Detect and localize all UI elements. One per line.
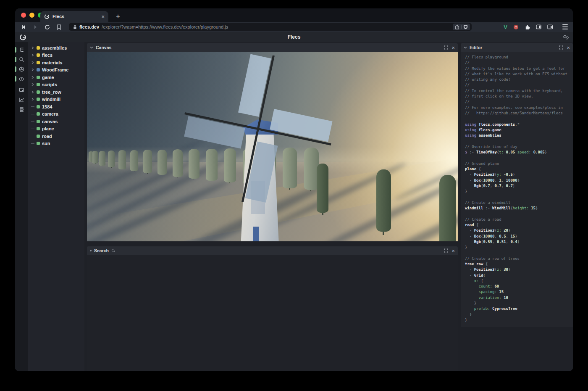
code-line[interactable]: }	[465, 189, 573, 194]
tree-item[interactable]: tree_row	[28, 88, 84, 96]
code-line[interactable]: prefab: CypressTree	[465, 306, 573, 312]
tree-item[interactable]: canvas	[28, 118, 84, 125]
search-panel-body[interactable]	[87, 255, 458, 371]
chevron-down-icon[interactable]	[464, 46, 467, 49]
code-line[interactable]: // writing any code!	[465, 77, 573, 82]
back-icon[interactable]	[20, 24, 27, 30]
code-line[interactable]: //	[465, 82, 573, 88]
wallet-icon[interactable]	[547, 24, 553, 29]
stats-chart-icon[interactable]	[15, 95, 28, 105]
tree-item[interactable]: game	[28, 74, 84, 81]
code-line[interactable]: - Box{10000, 0.5, 15}	[465, 234, 573, 239]
code-line[interactable]: // what it's like to work with an ECS wi…	[465, 71, 573, 77]
code-line[interactable]: tree_row {	[465, 262, 573, 267]
code-line[interactable]: // first click on the 3D view.	[465, 94, 573, 99]
commands-stack-icon[interactable]	[15, 105, 28, 114]
collapsed-marker-icon[interactable]	[90, 250, 92, 251]
code-line[interactable]: - Position3{y: -0.5}	[465, 172, 573, 177]
code-line[interactable]: // Create a road	[465, 217, 573, 222]
tree-item[interactable]: 1584	[28, 103, 84, 111]
code-line[interactable]: // Create a row of trees	[465, 256, 573, 262]
tree-item[interactable]: WoodFrame	[28, 66, 84, 74]
expander-chevron-icon[interactable]	[31, 83, 34, 86]
code-line[interactable]: - Position3{z: 20}	[465, 228, 573, 233]
code-line[interactable]: using flecs.components.*	[465, 122, 573, 127]
code-line[interactable]: // Override time of day	[465, 144, 573, 150]
code-line[interactable]: // Modify the values below to get a feel…	[465, 66, 573, 71]
code-line[interactable]: using flecs.game	[465, 127, 573, 133]
menu-icon[interactable]	[562, 24, 568, 29]
code-line[interactable]: - Rgb{0.55, 0.51, 0.4}	[465, 239, 573, 245]
tree-item[interactable]: camera	[28, 111, 84, 118]
code-line[interactable]	[465, 138, 573, 144]
close-icon[interactable]: ×	[452, 45, 455, 50]
code-line[interactable]: // For more examples, see examples/plecs…	[465, 105, 573, 111]
expander-chevron-icon[interactable]	[31, 46, 34, 50]
shield-icon[interactable]	[463, 24, 468, 29]
close-icon[interactable]: ×	[567, 45, 570, 50]
sidebar-icon[interactable]	[536, 24, 541, 29]
code-line[interactable]: // Create a windmill	[465, 200, 573, 206]
code-line[interactable]: - Rgb{0.7, 0.7, 0.7}	[465, 183, 573, 189]
code-line[interactable]: plane {	[465, 166, 573, 172]
reload-icon[interactable]	[44, 24, 50, 30]
tab-close-icon[interactable]: ×	[101, 14, 105, 19]
vue-devtools-icon[interactable]: V	[504, 24, 507, 30]
expander-chevron-icon[interactable]	[31, 53, 34, 57]
tree-item[interactable]: flecs	[28, 52, 84, 59]
fullscreen-icon[interactable]	[443, 248, 449, 253]
expander-chevron-icon[interactable]	[31, 98, 34, 101]
inspect-icon[interactable]	[15, 85, 28, 95]
code-line[interactable]: count: 60	[465, 284, 573, 289]
code-line[interactable]: - Grid{	[465, 273, 573, 278]
url-bar[interactable]: flecs.dev /explorer/?wasm=https://www.fl…	[69, 23, 472, 31]
search-icon[interactable]	[15, 55, 28, 64]
code-line[interactable]: using assemblies	[465, 133, 573, 138]
tab-flecs[interactable]: Flecs ×	[40, 11, 108, 22]
tree-item[interactable]: road	[28, 132, 84, 140]
code-line[interactable]: //	[465, 60, 573, 66]
code-line[interactable]: // To control the camera with the keyboa…	[465, 88, 573, 94]
code-line[interactable]	[465, 194, 573, 200]
code-line[interactable]: $ :- TimeOfDay{t: 0.05 speed: 0.005}	[465, 150, 573, 155]
code-line[interactable]: - Position3{z: 30}	[465, 267, 573, 272]
expander-chevron-icon[interactable]	[31, 76, 34, 79]
code-line[interactable]: }	[465, 317, 573, 323]
code-editor[interactable]: // Flecs playground//// Modify the value…	[461, 52, 573, 327]
code-line[interactable]: }	[465, 245, 573, 250]
tree-item[interactable]: materials	[28, 59, 84, 66]
tree-view-icon[interactable]	[15, 45, 28, 55]
code-line[interactable]	[465, 211, 573, 217]
forward-icon[interactable]	[32, 24, 39, 30]
code-line[interactable]	[465, 155, 573, 161]
extension-red-icon[interactable]	[513, 24, 519, 30]
code-line[interactable]: // Ground plane	[465, 161, 573, 166]
tree-item[interactable]: sun	[28, 140, 84, 148]
tree-item[interactable]: assemblies	[28, 44, 84, 52]
world-icon[interactable]	[15, 64, 28, 74]
code-line[interactable]: x: {	[465, 278, 573, 284]
code-line[interactable]: // https://github.com/SanderMertens/flec…	[465, 111, 573, 116]
expander-chevron-icon[interactable]	[31, 90, 34, 94]
close-window-button[interactable]	[21, 13, 26, 18]
bookmark-icon[interactable]	[55, 24, 62, 30]
code-line[interactable]: windmill :- WindMill{height: 15}	[465, 206, 573, 211]
new-tab-button[interactable]: +	[113, 11, 123, 22]
code-icon[interactable]	[15, 74, 28, 84]
code-line[interactable]: }	[465, 312, 573, 317]
expander-chevron-icon[interactable]	[31, 61, 34, 64]
fullscreen-icon[interactable]	[443, 45, 449, 50]
canvas-3d-view[interactable]	[87, 52, 458, 241]
code-line[interactable]: spacing: 15	[465, 289, 573, 295]
code-line[interactable]: //	[465, 99, 573, 105]
tree-item[interactable]: scripts	[28, 81, 84, 89]
tree-item[interactable]: windmill	[28, 96, 84, 103]
code-line[interactable]	[465, 250, 573, 256]
code-line[interactable]: road {	[465, 222, 573, 228]
code-line[interactable]: }	[465, 301, 573, 306]
share-icon[interactable]	[455, 24, 459, 29]
link-icon[interactable]	[563, 34, 569, 40]
expander-chevron-icon[interactable]	[31, 68, 34, 71]
extensions-puzzle-icon[interactable]	[525, 24, 530, 30]
code-line[interactable]	[465, 116, 573, 122]
